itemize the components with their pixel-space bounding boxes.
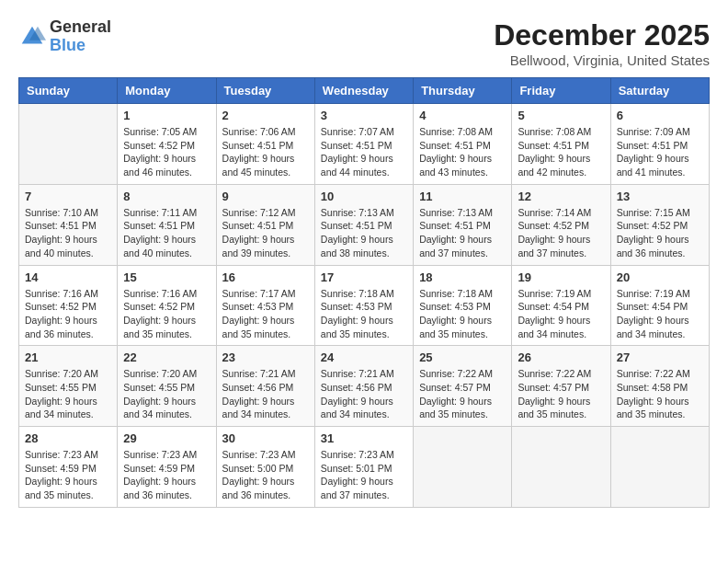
calendar-cell: 10Sunrise: 7:13 AM Sunset: 4:51 PM Dayli… bbox=[314, 184, 413, 265]
calendar-cell: 7Sunrise: 7:10 AM Sunset: 4:51 PM Daylig… bbox=[19, 184, 118, 265]
day-number: 2 bbox=[222, 109, 309, 122]
calendar-cell: 1Sunrise: 7:05 AM Sunset: 4:52 PM Daylig… bbox=[118, 104, 216, 185]
day-number: 23 bbox=[222, 350, 309, 364]
header-row: SundayMondayTuesdayWednesdayThursdayFrid… bbox=[19, 78, 710, 104]
calendar-cell: 14Sunrise: 7:16 AM Sunset: 4:52 PM Dayli… bbox=[19, 265, 118, 346]
day-number: 21 bbox=[25, 350, 111, 364]
day-number: 6 bbox=[617, 109, 703, 122]
day-number: 9 bbox=[222, 190, 309, 203]
day-number: 15 bbox=[123, 270, 210, 284]
day-number: 8 bbox=[123, 190, 210, 203]
calendar-cell: 19Sunrise: 7:19 AM Sunset: 4:54 PM Dayli… bbox=[512, 265, 610, 346]
day-info: Sunrise: 7:07 AM Sunset: 4:51 PM Dayligh… bbox=[321, 125, 407, 179]
header-saturday: Saturday bbox=[610, 78, 709, 104]
day-info: Sunrise: 7:21 AM Sunset: 4:56 PM Dayligh… bbox=[321, 367, 407, 421]
title-block: December 2025 Bellwood, Virginia, United… bbox=[494, 18, 710, 68]
logo: General Blue bbox=[18, 18, 111, 55]
day-info: Sunrise: 7:16 AM Sunset: 4:52 PM Dayligh… bbox=[123, 287, 210, 341]
day-info: Sunrise: 7:13 AM Sunset: 4:51 PM Dayligh… bbox=[321, 206, 407, 260]
calendar-cell: 28Sunrise: 7:23 AM Sunset: 4:59 PM Dayli… bbox=[19, 427, 118, 508]
day-info: Sunrise: 7:19 AM Sunset: 4:54 PM Dayligh… bbox=[617, 287, 703, 341]
day-info: Sunrise: 7:08 AM Sunset: 4:51 PM Dayligh… bbox=[518, 125, 604, 179]
calendar-cell: 21Sunrise: 7:20 AM Sunset: 4:55 PM Dayli… bbox=[19, 346, 118, 427]
day-number: 7 bbox=[25, 190, 111, 203]
calendar-cell: 9Sunrise: 7:12 AM Sunset: 4:51 PM Daylig… bbox=[216, 184, 314, 265]
calendar-cell: 11Sunrise: 7:13 AM Sunset: 4:51 PM Dayli… bbox=[414, 184, 512, 265]
calendar-cell: 13Sunrise: 7:15 AM Sunset: 4:52 PM Dayli… bbox=[610, 184, 709, 265]
day-info: Sunrise: 7:20 AM Sunset: 4:55 PM Dayligh… bbox=[25, 367, 111, 421]
day-number: 31 bbox=[321, 431, 407, 445]
calendar-cell: 25Sunrise: 7:22 AM Sunset: 4:57 PM Dayli… bbox=[414, 346, 512, 427]
calendar-week-1: 1Sunrise: 7:05 AM Sunset: 4:52 PM Daylig… bbox=[19, 104, 710, 185]
day-info: Sunrise: 7:18 AM Sunset: 4:53 PM Dayligh… bbox=[419, 287, 506, 341]
day-number: 20 bbox=[617, 270, 703, 284]
day-info: Sunrise: 7:05 AM Sunset: 4:52 PM Dayligh… bbox=[123, 125, 210, 179]
day-number: 30 bbox=[222, 431, 309, 445]
header-wednesday: Wednesday bbox=[314, 78, 413, 104]
calendar-cell: 12Sunrise: 7:14 AM Sunset: 4:52 PM Dayli… bbox=[512, 184, 610, 265]
calendar-cell bbox=[512, 427, 610, 508]
day-info: Sunrise: 7:08 AM Sunset: 4:51 PM Dayligh… bbox=[419, 125, 506, 179]
day-number: 29 bbox=[123, 431, 210, 445]
page-title: December 2025 bbox=[494, 18, 710, 52]
calendar-week-4: 21Sunrise: 7:20 AM Sunset: 4:55 PM Dayli… bbox=[19, 346, 710, 427]
calendar-cell bbox=[19, 104, 118, 185]
day-number: 28 bbox=[25, 431, 111, 445]
day-info: Sunrise: 7:20 AM Sunset: 4:55 PM Dayligh… bbox=[123, 367, 210, 421]
day-number: 11 bbox=[419, 190, 506, 203]
day-number: 27 bbox=[617, 350, 703, 364]
day-info: Sunrise: 7:13 AM Sunset: 4:51 PM Dayligh… bbox=[419, 206, 506, 260]
day-info: Sunrise: 7:23 AM Sunset: 5:00 PM Dayligh… bbox=[222, 448, 309, 502]
day-info: Sunrise: 7:11 AM Sunset: 4:51 PM Dayligh… bbox=[123, 206, 210, 260]
header-friday: Friday bbox=[512, 78, 610, 104]
day-info: Sunrise: 7:10 AM Sunset: 4:51 PM Dayligh… bbox=[25, 206, 111, 260]
day-info: Sunrise: 7:16 AM Sunset: 4:52 PM Dayligh… bbox=[25, 287, 111, 341]
day-number: 18 bbox=[419, 270, 506, 284]
day-number: 25 bbox=[419, 350, 506, 364]
day-info: Sunrise: 7:23 AM Sunset: 5:01 PM Dayligh… bbox=[321, 448, 407, 502]
calendar-cell: 31Sunrise: 7:23 AM Sunset: 5:01 PM Dayli… bbox=[314, 427, 413, 508]
day-number: 4 bbox=[419, 109, 506, 122]
calendar-cell: 4Sunrise: 7:08 AM Sunset: 4:51 PM Daylig… bbox=[414, 104, 512, 185]
calendar-cell: 18Sunrise: 7:18 AM Sunset: 4:53 PM Dayli… bbox=[414, 265, 512, 346]
calendar-cell: 26Sunrise: 7:22 AM Sunset: 4:57 PM Dayli… bbox=[512, 346, 610, 427]
calendar-cell: 3Sunrise: 7:07 AM Sunset: 4:51 PM Daylig… bbox=[314, 104, 413, 185]
header-monday: Monday bbox=[118, 78, 216, 104]
calendar-cell: 29Sunrise: 7:23 AM Sunset: 4:59 PM Dayli… bbox=[118, 427, 216, 508]
day-info: Sunrise: 7:22 AM Sunset: 4:57 PM Dayligh… bbox=[518, 367, 604, 421]
header-thursday: Thursday bbox=[414, 78, 512, 104]
calendar-cell: 8Sunrise: 7:11 AM Sunset: 4:51 PM Daylig… bbox=[118, 184, 216, 265]
calendar-cell: 24Sunrise: 7:21 AM Sunset: 4:56 PM Dayli… bbox=[314, 346, 413, 427]
day-number: 12 bbox=[518, 190, 604, 203]
day-info: Sunrise: 7:18 AM Sunset: 4:53 PM Dayligh… bbox=[321, 287, 407, 341]
calendar-cell: 15Sunrise: 7:16 AM Sunset: 4:52 PM Dayli… bbox=[118, 265, 216, 346]
logo-line1: General bbox=[50, 18, 111, 37]
day-number: 10 bbox=[321, 190, 407, 203]
day-info: Sunrise: 7:09 AM Sunset: 4:51 PM Dayligh… bbox=[617, 125, 703, 179]
calendar-cell: 27Sunrise: 7:22 AM Sunset: 4:58 PM Dayli… bbox=[610, 346, 709, 427]
calendar-cell: 20Sunrise: 7:19 AM Sunset: 4:54 PM Dayli… bbox=[610, 265, 709, 346]
day-number: 22 bbox=[123, 350, 210, 364]
day-info: Sunrise: 7:23 AM Sunset: 4:59 PM Dayligh… bbox=[123, 448, 210, 502]
calendar-week-2: 7Sunrise: 7:10 AM Sunset: 4:51 PM Daylig… bbox=[19, 184, 710, 265]
calendar-cell: 23Sunrise: 7:21 AM Sunset: 4:56 PM Dayli… bbox=[216, 346, 314, 427]
calendar-cell: 30Sunrise: 7:23 AM Sunset: 5:00 PM Dayli… bbox=[216, 427, 314, 508]
logo-icon bbox=[18, 23, 46, 51]
day-info: Sunrise: 7:06 AM Sunset: 4:51 PM Dayligh… bbox=[222, 125, 309, 179]
day-number: 17 bbox=[321, 270, 407, 284]
day-number: 16 bbox=[222, 270, 309, 284]
day-info: Sunrise: 7:23 AM Sunset: 4:59 PM Dayligh… bbox=[25, 448, 111, 502]
day-number: 14 bbox=[25, 270, 111, 284]
calendar-cell bbox=[610, 427, 709, 508]
header-tuesday: Tuesday bbox=[216, 78, 314, 104]
calendar-cell: 6Sunrise: 7:09 AM Sunset: 4:51 PM Daylig… bbox=[610, 104, 709, 185]
calendar-cell: 22Sunrise: 7:20 AM Sunset: 4:55 PM Dayli… bbox=[118, 346, 216, 427]
day-info: Sunrise: 7:12 AM Sunset: 4:51 PM Dayligh… bbox=[222, 206, 309, 260]
day-number: 26 bbox=[518, 350, 604, 364]
calendar-cell: 16Sunrise: 7:17 AM Sunset: 4:53 PM Dayli… bbox=[216, 265, 314, 346]
logo-text: General Blue bbox=[50, 18, 111, 55]
day-info: Sunrise: 7:22 AM Sunset: 4:58 PM Dayligh… bbox=[617, 367, 703, 421]
page-subtitle: Bellwood, Virginia, United States bbox=[494, 52, 710, 68]
day-info: Sunrise: 7:15 AM Sunset: 4:52 PM Dayligh… bbox=[617, 206, 703, 260]
calendar-cell: 17Sunrise: 7:18 AM Sunset: 4:53 PM Dayli… bbox=[314, 265, 413, 346]
